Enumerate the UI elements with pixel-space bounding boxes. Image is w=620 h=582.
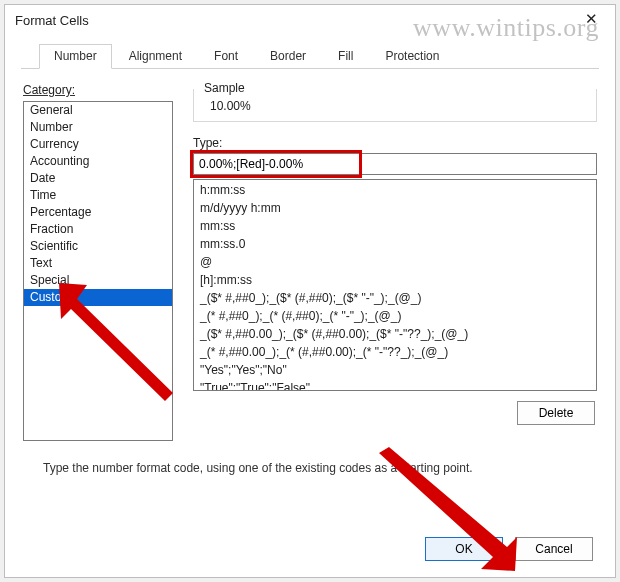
list-item[interactable]: Special (24, 272, 172, 289)
title-bar: Format Cells ✕ (5, 5, 615, 35)
list-item[interactable]: mm:ss (194, 217, 596, 235)
list-item[interactable]: General (24, 102, 172, 119)
format-code-listbox[interactable]: h:mm:ss m/d/yyyy h:mm mm:ss mm:ss.0 @ [h… (193, 179, 597, 391)
cancel-button[interactable]: Cancel (515, 537, 593, 561)
list-item[interactable]: "Yes";"Yes";"No" (194, 361, 596, 379)
list-item[interactable]: Fraction (24, 221, 172, 238)
list-item-custom[interactable]: Custom (24, 289, 172, 306)
list-item[interactable]: Accounting (24, 153, 172, 170)
list-item[interactable]: _($* #,##0_);_($* (#,##0);_($* "-"_);_(@… (194, 289, 596, 307)
tab-font[interactable]: Font (199, 44, 253, 69)
tab-border[interactable]: Border (255, 44, 321, 69)
list-item[interactable]: Date (24, 170, 172, 187)
sample-group: Sample 10.00% (193, 89, 597, 122)
list-item[interactable]: _(* #,##0_);_(* (#,##0);_(* "-"_);_(@_) (194, 307, 596, 325)
ok-button[interactable]: OK (425, 537, 503, 561)
list-item[interactable]: Number (24, 119, 172, 136)
list-item[interactable]: Time (24, 187, 172, 204)
hint-text: Type the number format code, using one o… (23, 461, 597, 475)
tab-protection[interactable]: Protection (370, 44, 454, 69)
tab-strip: Number Alignment Font Border Fill Protec… (21, 43, 599, 69)
type-label: Type: (193, 136, 597, 150)
list-item[interactable]: _($* #,##0.00_);_($* (#,##0.00);_($* "-"… (194, 325, 596, 343)
type-input[interactable] (193, 153, 597, 175)
list-item[interactable]: Percentage (24, 204, 172, 221)
list-item[interactable]: "True";"True";"False" (194, 379, 596, 391)
list-item[interactable]: m/d/yyyy h:mm (194, 199, 596, 217)
tab-number[interactable]: Number (39, 44, 112, 69)
category-listbox[interactable]: General Number Currency Accounting Date … (23, 101, 173, 441)
dialog-window: www.wintips.org Format Cells ✕ Number Al… (4, 4, 616, 578)
tab-fill[interactable]: Fill (323, 44, 368, 69)
list-item[interactable]: @ (194, 253, 596, 271)
number-panel: Category: General Number Currency Accoun… (5, 69, 615, 485)
window-title: Format Cells (15, 13, 577, 28)
list-item[interactable]: Currency (24, 136, 172, 153)
list-item[interactable]: Scientific (24, 238, 172, 255)
list-item[interactable]: [h]:mm:ss (194, 271, 596, 289)
list-item[interactable]: Text (24, 255, 172, 272)
sample-value: 10.00% (204, 99, 586, 113)
close-icon[interactable]: ✕ (577, 9, 605, 31)
tab-alignment[interactable]: Alignment (114, 44, 197, 69)
category-label: Category: (23, 83, 173, 97)
list-item[interactable]: mm:ss.0 (194, 235, 596, 253)
delete-button[interactable]: Delete (517, 401, 595, 425)
list-item[interactable]: _(* #,##0.00_);_(* (#,##0.00);_(* "-"??_… (194, 343, 596, 361)
sample-label: Sample (200, 81, 249, 95)
list-item[interactable]: h:mm:ss (194, 181, 596, 199)
dialog-footer: OK Cancel (425, 537, 593, 561)
